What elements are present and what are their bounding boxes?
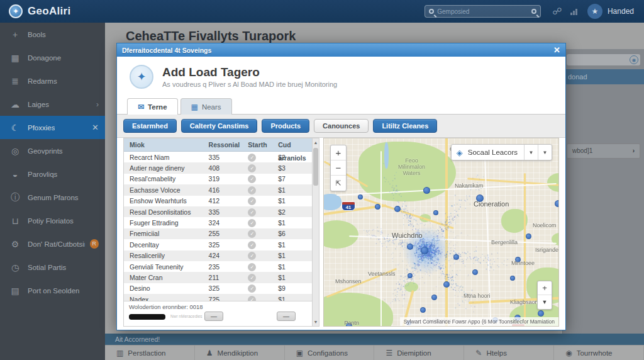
sidebar-item-sotial-partis[interactable]: ◷Sotial Partis: [0, 256, 105, 279]
table-row[interactable]: Desino325✓$9: [124, 283, 312, 294]
app-title: GeoAliri: [28, 5, 71, 18]
pan-button[interactable]: ⇱: [331, 176, 346, 191]
camera-circle-icon[interactable]: ◉: [630, 55, 638, 64]
map-data-marker[interactable]: [407, 244, 413, 250]
table-row[interactable]: Nadex725✓$1: [124, 294, 312, 301]
map-data-marker[interactable]: [515, 257, 521, 262]
layers-options-arrow[interactable]: ▼: [538, 145, 552, 160]
table-row[interactable]: Eachasse Voloce416✓$1: [124, 184, 312, 195]
zoom-in-button[interactable]: +: [331, 145, 346, 160]
table-row[interactable]: Resaliceriily424✓$1: [124, 250, 312, 261]
grid-icon: ▦: [191, 103, 198, 111]
table-row[interactable]: Mater Cran211✓$1: [124, 272, 312, 283]
sidebar-item-label: Genum Pfarons: [28, 194, 79, 201]
map-data-marker[interactable]: [453, 254, 459, 260]
sidebar-item-redarms[interactable]: ≣Redarms: [0, 69, 105, 93]
table-row[interactable]: Resal Desonlisitatios335✓$2: [124, 206, 312, 217]
sidebar-item-parovliqs[interactable]: ◒Parovliqs: [0, 162, 105, 186]
bottom-toolbar-perstlaction[interactable]: ▥Perstlaction: [105, 346, 195, 360]
tab-nears[interactable]: ▦ Nears: [180, 98, 232, 115]
sidebar-item-label: Redarms: [28, 77, 57, 85]
global-search-input[interactable]: [434, 8, 531, 15]
calterty-canstims-button[interactable]: Calterty Canstims: [181, 119, 258, 133]
scroll-down-icon[interactable]: ▼: [314, 318, 318, 326]
table-row[interactable]: Recarct Niam335✓$2: [124, 152, 312, 162]
map-data-marker[interactable]: [358, 194, 363, 200]
compass-badge-icon: ✦: [130, 65, 153, 89]
sidebar-item-don-rat-cutbotsir[interactable]: ⚙Don' Rat/CutbotsirR: [0, 232, 105, 256]
cell-starth: ✓: [242, 186, 272, 194]
bottom-toolbar-htelps[interactable]: ✎Htelps: [464, 346, 554, 360]
table-row[interactable]: Decenltay325✓$1: [124, 239, 312, 250]
search-submit-icon[interactable]: [531, 9, 536, 14]
column-header-starth[interactable]: Starth: [242, 138, 272, 151]
layers-dropdown-arrow[interactable]: ▼: [524, 145, 538, 160]
sidebar-item-geovprints[interactable]: ◎Geovprints: [0, 139, 105, 162]
map-data-marker[interactable]: [408, 273, 413, 278]
table-row[interactable]: Autier nage dineny408✓$3: [124, 162, 312, 173]
table-row[interactable]: Fnemiciial255✓$6: [124, 228, 312, 239]
interstate-shield: 41: [341, 201, 355, 211]
map-data-marker[interactable]: [510, 276, 515, 281]
table-row[interactable]: Enshow Wearhturls412✓$1: [124, 196, 312, 206]
panel-search-input[interactable]: ◉: [567, 54, 640, 65]
signal-icon[interactable]: [570, 8, 577, 15]
map-zoom-control-secondary: +▼: [537, 281, 552, 310]
bottom-toolbar-tourrwhote[interactable]: ◉Tourrwhote: [554, 346, 644, 360]
tab-terne[interactable]: ✉ Terne: [127, 98, 178, 115]
sidebar-item-pfoxxies[interactable]: ☾Pfoxxies✕: [0, 116, 105, 139]
map-layers-dropdown[interactable]: ◈ Socaal Leacors ▼ ▼: [451, 144, 552, 160]
map-data-marker[interactable]: [555, 200, 560, 207]
map-data-marker[interactable]: [394, 206, 401, 212]
zoom-in-button[interactable]: +: [538, 281, 552, 295]
litiltz-cleanes-button[interactable]: Litiltz Cleanes: [373, 119, 437, 133]
close-icon[interactable]: ✕: [92, 123, 99, 132]
top-navbar: ✦ GeoAliri ☍ ★ Handed: [0, 0, 644, 23]
footer-action-button[interactable]: —: [277, 312, 296, 321]
cell-starth: ✓: [242, 273, 272, 282]
scrollbar-thumb[interactable]: [313, 148, 318, 186]
scroll-up-icon[interactable]: ▲: [314, 138, 318, 147]
user-avatar[interactable]: ★: [587, 4, 602, 19]
map-canvas[interactable]: 4151 GeslthenmelFeoo Milinmalon WatersNa…: [323, 138, 559, 327]
cell-cost: $7: [272, 175, 312, 183]
sidebar-item-port-on-seolden[interactable]: ▤Port on Seolden: [0, 279, 105, 302]
map-data-marker[interactable]: [420, 307, 426, 313]
map-data-marker[interactable]: [433, 210, 438, 215]
estarmhed-button[interactable]: Estarmhed: [123, 119, 177, 133]
bottom-toolbar-diemiption[interactable]: ☰Diemiption: [374, 346, 464, 360]
map-data-marker[interactable]: [472, 269, 478, 275]
close-icon[interactable]: ✕: [553, 46, 560, 54]
map-data-marker[interactable]: [421, 247, 428, 254]
sidebar-item-bools[interactable]: +Bools: [0, 23, 105, 46]
table-row[interactable]: Fsuger Ettrading324✓$1: [124, 217, 312, 228]
column-header-cud-arraniols[interactable]: Cud arraniols: [272, 138, 312, 151]
canounces-button[interactable]: Canounces: [314, 119, 369, 133]
map-data-marker[interactable]: [443, 281, 450, 288]
bottom-toolbar-configations[interactable]: ▣Configations: [285, 346, 375, 360]
table-row[interactable]: Genviali Teunenity235✓$1: [124, 261, 312, 272]
share-link-icon[interactable]: ☍: [552, 6, 562, 17]
map-data-marker[interactable]: [538, 310, 544, 317]
sidebar-item-potiy-floriatos[interactable]: ⊔Potiy Floriatos: [0, 209, 105, 232]
sidebar-item-donagone[interactable]: ▦Donagone: [0, 46, 105, 69]
bottom-toolbar-mendikiption[interactable]: ♟Mendikiption: [195, 346, 285, 360]
table-row[interactable]: Resal'cmabelity319✓$7: [124, 174, 312, 184]
column-header-ressonial[interactable]: Ressonial: [203, 138, 243, 151]
collapse-button[interactable]: ▼: [538, 295, 552, 309]
map-data-marker[interactable]: [526, 233, 531, 239]
table-scrollbar[interactable]: ▲ ▼: [312, 138, 319, 327]
map-data-marker[interactable]: [431, 295, 437, 300]
zoom-out-button[interactable]: −: [331, 160, 346, 176]
products-button[interactable]: Products: [262, 119, 309, 133]
map-data-marker[interactable]: [375, 204, 380, 210]
map-data-marker[interactable]: [476, 194, 484, 202]
sidebar-item-genum-pfarons[interactable]: ⓘGenum Pfarons: [0, 186, 105, 209]
map-data-marker[interactable]: [346, 323, 352, 327]
panel-list-item[interactable]: wbod]1 ›: [567, 143, 640, 159]
cell-ressonial: 408: [203, 164, 243, 172]
map-data-marker[interactable]: [423, 187, 430, 194]
column-header-miok[interactable]: Miok: [124, 138, 203, 151]
sidebar-item-laiges[interactable]: ☁Laiges›: [0, 93, 105, 116]
footer-action-button[interactable]: —: [204, 312, 223, 321]
